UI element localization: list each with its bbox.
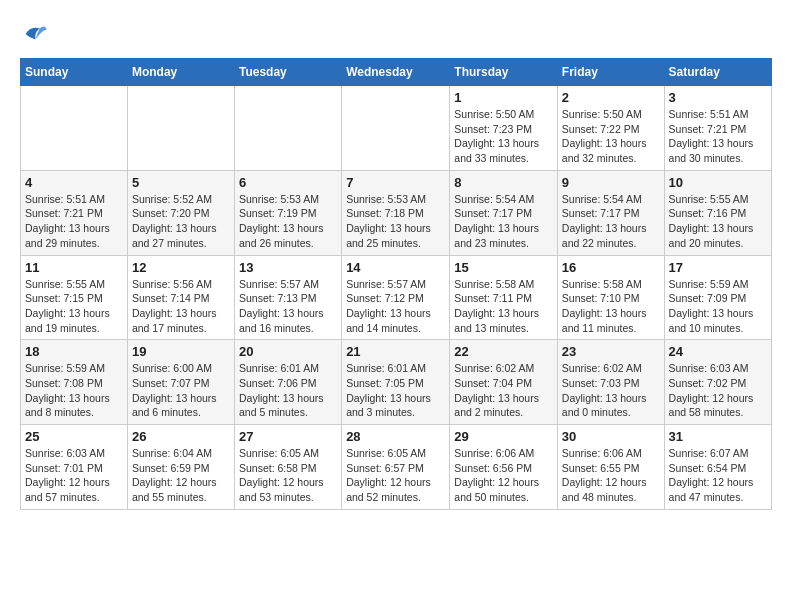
- day-number: 22: [454, 344, 553, 359]
- day-info: Sunrise: 5:50 AM Sunset: 7:22 PM Dayligh…: [562, 107, 660, 166]
- header-cell-wednesday: Wednesday: [342, 59, 450, 86]
- day-info: Sunrise: 6:05 AM Sunset: 6:57 PM Dayligh…: [346, 446, 445, 505]
- calendar-cell: 2Sunrise: 5:50 AM Sunset: 7:22 PM Daylig…: [557, 86, 664, 171]
- calendar-cell: 5Sunrise: 5:52 AM Sunset: 7:20 PM Daylig…: [127, 170, 234, 255]
- day-info: Sunrise: 5:58 AM Sunset: 7:11 PM Dayligh…: [454, 277, 553, 336]
- day-number: 14: [346, 260, 445, 275]
- header-cell-sunday: Sunday: [21, 59, 128, 86]
- day-info: Sunrise: 5:52 AM Sunset: 7:20 PM Dayligh…: [132, 192, 230, 251]
- day-number: 21: [346, 344, 445, 359]
- day-info: Sunrise: 5:55 AM Sunset: 7:16 PM Dayligh…: [669, 192, 767, 251]
- day-info: Sunrise: 5:50 AM Sunset: 7:23 PM Dayligh…: [454, 107, 553, 166]
- calendar-cell: [21, 86, 128, 171]
- calendar-cell: [342, 86, 450, 171]
- day-number: 31: [669, 429, 767, 444]
- day-info: Sunrise: 6:01 AM Sunset: 7:06 PM Dayligh…: [239, 361, 337, 420]
- calendar-cell: 30Sunrise: 6:06 AM Sunset: 6:55 PM Dayli…: [557, 425, 664, 510]
- calendar-cell: [234, 86, 341, 171]
- logo: [20, 20, 52, 48]
- header-cell-monday: Monday: [127, 59, 234, 86]
- day-info: Sunrise: 6:05 AM Sunset: 6:58 PM Dayligh…: [239, 446, 337, 505]
- calendar-cell: 4Sunrise: 5:51 AM Sunset: 7:21 PM Daylig…: [21, 170, 128, 255]
- week-row-5: 25Sunrise: 6:03 AM Sunset: 7:01 PM Dayli…: [21, 425, 772, 510]
- day-info: Sunrise: 5:57 AM Sunset: 7:12 PM Dayligh…: [346, 277, 445, 336]
- day-info: Sunrise: 6:06 AM Sunset: 6:55 PM Dayligh…: [562, 446, 660, 505]
- day-info: Sunrise: 5:58 AM Sunset: 7:10 PM Dayligh…: [562, 277, 660, 336]
- calendar-cell: 22Sunrise: 6:02 AM Sunset: 7:04 PM Dayli…: [450, 340, 558, 425]
- calendar-cell: 12Sunrise: 5:56 AM Sunset: 7:14 PM Dayli…: [127, 255, 234, 340]
- calendar-cell: 20Sunrise: 6:01 AM Sunset: 7:06 PM Dayli…: [234, 340, 341, 425]
- logo-bird-icon: [20, 20, 48, 48]
- calendar-cell: 27Sunrise: 6:05 AM Sunset: 6:58 PM Dayli…: [234, 425, 341, 510]
- calendar-cell: 26Sunrise: 6:04 AM Sunset: 6:59 PM Dayli…: [127, 425, 234, 510]
- header-row: SundayMondayTuesdayWednesdayThursdayFrid…: [21, 59, 772, 86]
- calendar-cell: 31Sunrise: 6:07 AM Sunset: 6:54 PM Dayli…: [664, 425, 771, 510]
- day-number: 18: [25, 344, 123, 359]
- day-number: 9: [562, 175, 660, 190]
- day-number: 10: [669, 175, 767, 190]
- day-info: Sunrise: 5:56 AM Sunset: 7:14 PM Dayligh…: [132, 277, 230, 336]
- calendar-cell: 13Sunrise: 5:57 AM Sunset: 7:13 PM Dayli…: [234, 255, 341, 340]
- header-cell-saturday: Saturday: [664, 59, 771, 86]
- calendar-cell: 29Sunrise: 6:06 AM Sunset: 6:56 PM Dayli…: [450, 425, 558, 510]
- calendar-cell: 3Sunrise: 5:51 AM Sunset: 7:21 PM Daylig…: [664, 86, 771, 171]
- calendar-cell: 6Sunrise: 5:53 AM Sunset: 7:19 PM Daylig…: [234, 170, 341, 255]
- day-number: 6: [239, 175, 337, 190]
- day-info: Sunrise: 5:53 AM Sunset: 7:18 PM Dayligh…: [346, 192, 445, 251]
- day-number: 7: [346, 175, 445, 190]
- day-number: 13: [239, 260, 337, 275]
- calendar-cell: 19Sunrise: 6:00 AM Sunset: 7:07 PM Dayli…: [127, 340, 234, 425]
- day-number: 17: [669, 260, 767, 275]
- day-number: 26: [132, 429, 230, 444]
- header-cell-thursday: Thursday: [450, 59, 558, 86]
- day-number: 3: [669, 90, 767, 105]
- day-number: 16: [562, 260, 660, 275]
- week-row-2: 4Sunrise: 5:51 AM Sunset: 7:21 PM Daylig…: [21, 170, 772, 255]
- calendar-cell: 28Sunrise: 6:05 AM Sunset: 6:57 PM Dayli…: [342, 425, 450, 510]
- day-number: 8: [454, 175, 553, 190]
- day-info: Sunrise: 5:59 AM Sunset: 7:09 PM Dayligh…: [669, 277, 767, 336]
- day-number: 12: [132, 260, 230, 275]
- calendar-cell: 14Sunrise: 5:57 AM Sunset: 7:12 PM Dayli…: [342, 255, 450, 340]
- day-number: 4: [25, 175, 123, 190]
- calendar-cell: 18Sunrise: 5:59 AM Sunset: 7:08 PM Dayli…: [21, 340, 128, 425]
- day-number: 15: [454, 260, 553, 275]
- day-info: Sunrise: 6:06 AM Sunset: 6:56 PM Dayligh…: [454, 446, 553, 505]
- day-info: Sunrise: 6:00 AM Sunset: 7:07 PM Dayligh…: [132, 361, 230, 420]
- day-number: 23: [562, 344, 660, 359]
- day-info: Sunrise: 6:01 AM Sunset: 7:05 PM Dayligh…: [346, 361, 445, 420]
- calendar-cell: 24Sunrise: 6:03 AM Sunset: 7:02 PM Dayli…: [664, 340, 771, 425]
- week-row-4: 18Sunrise: 5:59 AM Sunset: 7:08 PM Dayli…: [21, 340, 772, 425]
- week-row-1: 1Sunrise: 5:50 AM Sunset: 7:23 PM Daylig…: [21, 86, 772, 171]
- calendar-body: 1Sunrise: 5:50 AM Sunset: 7:23 PM Daylig…: [21, 86, 772, 510]
- calendar-cell: 9Sunrise: 5:54 AM Sunset: 7:17 PM Daylig…: [557, 170, 664, 255]
- calendar-cell: 25Sunrise: 6:03 AM Sunset: 7:01 PM Dayli…: [21, 425, 128, 510]
- page-header: [20, 20, 772, 48]
- calendar-cell: 1Sunrise: 5:50 AM Sunset: 7:23 PM Daylig…: [450, 86, 558, 171]
- day-info: Sunrise: 5:54 AM Sunset: 7:17 PM Dayligh…: [454, 192, 553, 251]
- day-number: 30: [562, 429, 660, 444]
- day-number: 24: [669, 344, 767, 359]
- day-info: Sunrise: 5:55 AM Sunset: 7:15 PM Dayligh…: [25, 277, 123, 336]
- header-cell-friday: Friday: [557, 59, 664, 86]
- calendar-cell: 15Sunrise: 5:58 AM Sunset: 7:11 PM Dayli…: [450, 255, 558, 340]
- calendar-cell: 23Sunrise: 6:02 AM Sunset: 7:03 PM Dayli…: [557, 340, 664, 425]
- day-info: Sunrise: 5:53 AM Sunset: 7:19 PM Dayligh…: [239, 192, 337, 251]
- day-info: Sunrise: 6:03 AM Sunset: 7:02 PM Dayligh…: [669, 361, 767, 420]
- week-row-3: 11Sunrise: 5:55 AM Sunset: 7:15 PM Dayli…: [21, 255, 772, 340]
- day-info: Sunrise: 5:51 AM Sunset: 7:21 PM Dayligh…: [669, 107, 767, 166]
- day-number: 11: [25, 260, 123, 275]
- day-number: 25: [25, 429, 123, 444]
- day-number: 5: [132, 175, 230, 190]
- day-info: Sunrise: 5:54 AM Sunset: 7:17 PM Dayligh…: [562, 192, 660, 251]
- calendar-cell: 7Sunrise: 5:53 AM Sunset: 7:18 PM Daylig…: [342, 170, 450, 255]
- day-number: 20: [239, 344, 337, 359]
- calendar-cell: 21Sunrise: 6:01 AM Sunset: 7:05 PM Dayli…: [342, 340, 450, 425]
- day-info: Sunrise: 6:07 AM Sunset: 6:54 PM Dayligh…: [669, 446, 767, 505]
- day-number: 2: [562, 90, 660, 105]
- calendar-table: SundayMondayTuesdayWednesdayThursdayFrid…: [20, 58, 772, 510]
- day-info: Sunrise: 6:02 AM Sunset: 7:04 PM Dayligh…: [454, 361, 553, 420]
- header-cell-tuesday: Tuesday: [234, 59, 341, 86]
- calendar-cell: 10Sunrise: 5:55 AM Sunset: 7:16 PM Dayli…: [664, 170, 771, 255]
- calendar-cell: [127, 86, 234, 171]
